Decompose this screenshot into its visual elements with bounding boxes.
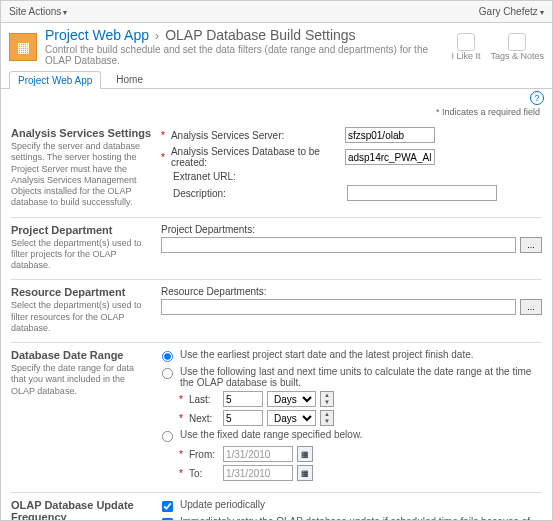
from-input (223, 446, 293, 462)
description-input[interactable] (347, 185, 497, 201)
tab-project-web-app[interactable]: Project Web App (9, 71, 101, 89)
to-date-picker-button[interactable]: ▦ (297, 465, 313, 481)
date-range-opt1-label: Use the earliest project start date and … (180, 349, 474, 360)
section-resource-dept: Resource Department Select the departmen… (11, 279, 542, 342)
date-range-opt3-label: Use the fixed date range specified below… (180, 429, 362, 440)
analysis-server-label: Analysis Services Server: (171, 130, 341, 141)
next-spinner[interactable]: ▲▼ (320, 410, 334, 426)
project-dept-input[interactable] (161, 237, 516, 253)
to-input (223, 465, 293, 481)
next-unit-select[interactable]: Days (267, 410, 316, 426)
title-row: ▦ Project Web App › OLAP Database Build … (1, 23, 552, 66)
required-note: * Indicates a required field (1, 107, 552, 121)
like-icon (457, 33, 475, 51)
from-date-picker-button[interactable]: ▦ (297, 446, 313, 462)
date-range-heading: Database Date Range (11, 349, 151, 361)
last-spinner[interactable]: ▲▼ (320, 391, 334, 407)
page-subtitle: Control the build schedule and set the d… (45, 44, 451, 66)
last-input[interactable] (223, 391, 263, 407)
analysis-db-label: Analysis Services Database to be created… (171, 146, 341, 168)
update-periodically-label: Update periodically (180, 499, 265, 510)
tags-button[interactable]: Tags & Notes (490, 33, 544, 61)
project-dept-heading: Project Department (11, 224, 151, 236)
date-range-opt1-radio[interactable] (162, 351, 173, 362)
resource-dept-label: Resource Departments: (161, 286, 267, 297)
analysis-db-input[interactable] (345, 149, 435, 165)
tab-home[interactable]: Home (107, 70, 152, 88)
date-range-opt3-radio[interactable] (162, 431, 173, 442)
update-periodically-checkbox[interactable] (162, 501, 173, 512)
resource-dept-input[interactable] (161, 299, 516, 315)
resource-dept-desc: Select the department(s) used to filter … (11, 300, 151, 334)
next-label: Next: (189, 413, 219, 424)
site-actions-menu[interactable]: Site Actions (9, 6, 68, 17)
from-label: From: (189, 449, 219, 460)
page-icon: ▦ (9, 33, 37, 61)
breadcrumb-arrow: › (155, 29, 159, 43)
project-dept-browse-button[interactable]: ... (520, 237, 542, 253)
section-date-range: Database Date Range Specify the date ran… (11, 342, 542, 492)
extranet-label: Extranet URL: (173, 171, 343, 182)
retry-label: Immediately retry the OLAP database upda… (180, 516, 542, 521)
description-label: Description: (173, 188, 343, 199)
date-range-opt2-label: Use the following last and next time uni… (180, 366, 542, 388)
analysis-heading: Analysis Services Settings (11, 127, 151, 139)
tags-icon (508, 33, 526, 51)
section-analysis: Analysis Services Settings Specify the s… (11, 121, 542, 217)
help-icon[interactable]: ? (530, 91, 544, 105)
analysis-desc: Specify the server and database settings… (11, 141, 151, 209)
section-project-dept: Project Department Select the department… (11, 217, 542, 280)
section-update-freq: OLAP Database Update Frequency Specify h… (11, 492, 542, 521)
date-range-opt2-radio[interactable] (162, 368, 173, 379)
page-title: OLAP Database Build Settings (165, 27, 355, 43)
user-menu[interactable]: Gary Chefetz (479, 6, 544, 17)
tab-strip: Project Web App Home (1, 66, 552, 89)
project-dept-label: Project Departments: (161, 224, 255, 235)
ribbon-bar: Site Actions Gary Chefetz (1, 1, 552, 23)
date-range-desc: Specify the date range for data that you… (11, 363, 151, 397)
analysis-server-input[interactable] (345, 127, 435, 143)
next-input[interactable] (223, 410, 263, 426)
last-label: Last: (189, 394, 219, 405)
content-area: Analysis Services Settings Specify the s… (1, 121, 552, 521)
to-label: To: (189, 468, 219, 479)
last-unit-select[interactable]: Days (267, 391, 316, 407)
project-dept-desc: Select the department(s) used to filter … (11, 238, 151, 272)
resource-dept-browse-button[interactable]: ... (520, 299, 542, 315)
breadcrumb-app[interactable]: Project Web App (45, 27, 149, 43)
update-freq-heading: OLAP Database Update Frequency (11, 499, 151, 521)
like-button[interactable]: I Like It (451, 33, 480, 61)
resource-dept-heading: Resource Department (11, 286, 151, 298)
